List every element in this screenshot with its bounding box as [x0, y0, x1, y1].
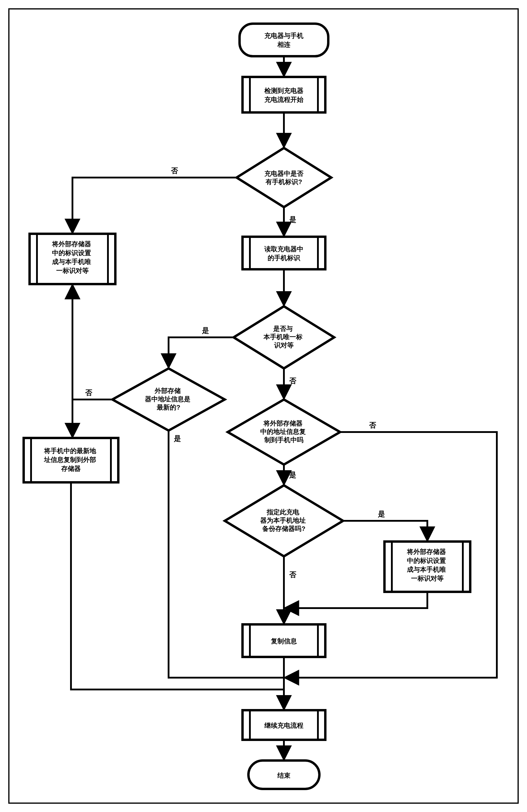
label-copyq-yes: 是 — [289, 471, 296, 479]
setidl-l4: 一标识对等 — [56, 267, 89, 274]
copyq-l1: 将外部存储器 — [263, 420, 303, 427]
detect-line1: 检测到充电器 — [264, 87, 303, 95]
setidl-l2: 中的标识设置 — [52, 249, 91, 257]
svg-rect-0 — [240, 24, 328, 56]
assign-l3: 备份存储器吗? — [262, 525, 305, 532]
setidr-l3: 成与本手机唯 — [407, 566, 446, 573]
node-match: 是否与 本手机唯一标 识对等 — [234, 306, 334, 368]
hasid-line2: 有手机标识? — [265, 178, 302, 186]
cpyext-l2: 址信息复制到外部 — [44, 456, 96, 463]
assign-l2: 器为本手机地址 — [260, 517, 306, 524]
node-hasid: 充电器中是否有手机标识? — [237, 148, 331, 207]
node-start: 充电器与手机相连 — [240, 24, 328, 56]
edge-hasid-no — [73, 177, 237, 233]
setidl-l3: 成与本手机唯 — [52, 258, 91, 265]
detect-line2: 充电流程开始 — [264, 96, 303, 103]
label-assign-no: 否 — [289, 570, 297, 579]
node-end: 结束 — [249, 760, 319, 789]
edge-setidr-join — [285, 592, 427, 608]
node-copyinfo: 复制信息 — [242, 624, 325, 657]
node-copy-to-ext: 将手机中的最新地 址信息复制到外部 存储器 — [24, 438, 118, 482]
edge-match-yes — [169, 337, 234, 368]
latest-l1: 外部存储 — [154, 387, 181, 394]
label-latest-yes: 是 — [174, 434, 181, 443]
svg-rect-2 — [242, 77, 325, 113]
label-copyq-no: 否 — [369, 421, 376, 429]
match-l3: 识对等 — [274, 342, 293, 349]
setidr-l4: 一标识对等 — [411, 575, 443, 582]
readid-l1: 读取充电器中 — [264, 245, 303, 253]
start-line2: 相连 — [277, 41, 290, 48]
assign-l1: 指定此充电 — [267, 508, 300, 516]
label-latest-no: 否 — [85, 389, 93, 396]
node-copyq: 将外部存储器 中的地址信息复 制到手机中吗 — [228, 400, 340, 465]
copyq-l2: 中的地址信息复 — [260, 428, 306, 435]
cpyext-l3: 存储器 — [61, 465, 81, 472]
diagram-border — [9, 9, 518, 803]
node-continue: 继续充电流程 — [242, 710, 325, 740]
label-assign-yes: 是 — [378, 510, 385, 518]
readid-l2: 的手机标识 — [268, 254, 300, 262]
hasid-line1: 充电器中是否 — [264, 170, 304, 177]
node-setid-left: 将外部存储器 中的标识设置 成与本手机唯 一标识对等 — [30, 234, 115, 284]
edge-latest-no — [73, 285, 112, 400]
label-match-no: 否 — [289, 377, 297, 385]
copyq-l3: 制到手机中吗 — [264, 436, 303, 444]
node-setid-right: 将外部存储器 中的标识设置 成与本手机唯 一标识对等 — [385, 541, 470, 592]
node-detect: 检测到充电器充电流程开始 — [242, 77, 325, 113]
label-match-yes: 是 — [202, 327, 209, 334]
end-l1: 结束 — [277, 772, 290, 779]
node-assign: 指定此充电 器为本手机地址 备份存储器吗? — [225, 485, 343, 556]
setidr-l1: 将外部存储器 — [407, 548, 446, 555]
cpyext-l1: 将手机中的最新地 — [44, 447, 96, 454]
node-readid: 读取充电器中的手机标识 — [242, 237, 325, 269]
latest-l2: 器中地址信息是 — [145, 395, 191, 403]
copyinfo-l1: 复制信息 — [271, 637, 297, 645]
match-l2: 本手机唯一标 — [263, 333, 303, 340]
svg-text:指定此充电
      器为本手机地址
      备份存储: 指定此充电 器为本手机地址 备份存储器吗? — [260, 508, 307, 532]
node-latest: 外部存储 器中地址信息是 最新的? — [112, 368, 225, 431]
svg-text:将外部存储器
      中的地址信息复
      制到手: 将外部存储器 中的地址信息复 制到手机中吗 — [260, 420, 307, 444]
edge-assign-yes — [343, 521, 427, 541]
flowchart-canvas: 充电器与手机相连 检测到充电器充电流程开始 充电器中是否有手机标识? 将外部存储… — [0, 0, 527, 812]
setidl-l1: 将外部存储器 — [52, 240, 91, 248]
label-hasid-yes: 是 — [289, 215, 296, 223]
match-l1: 是否与 — [273, 325, 293, 332]
setidr-l2: 中的标识设置 — [407, 557, 446, 564]
svg-rect-12 — [242, 237, 325, 269]
continue-l1: 继续充电流程 — [264, 722, 303, 729]
svg-marker-6 — [237, 148, 331, 207]
start-line1: 充电器与手机 — [264, 32, 303, 39]
latest-l3: 最新的? — [156, 404, 180, 411]
label-hasid-no: 否 — [171, 166, 178, 175]
